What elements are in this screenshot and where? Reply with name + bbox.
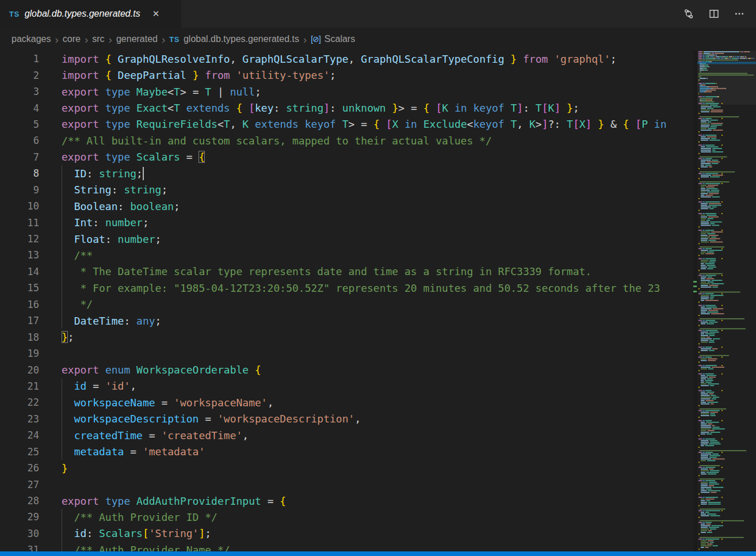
breadcrumb-item-global-db-types-generated-ts[interactable]: TSglobal.db.types.generated.ts — [169, 34, 299, 44]
line-number[interactable]: 19 — [0, 348, 39, 359]
code-line-18[interactable]: 18}; — [0, 329, 697, 345]
line-number[interactable]: 22 — [0, 397, 39, 408]
code-text: import { DeepPartial } from 'utility-typ… — [62, 69, 336, 81]
code-text: export type RequireFields<T, K extends k… — [62, 118, 673, 130]
close-tab-icon[interactable]: ✕ — [150, 7, 162, 20]
line-number[interactable]: 8 — [0, 167, 39, 179]
indent-guide — [62, 394, 62, 410]
line-number[interactable]: 13 — [0, 249, 39, 261]
code-line-1[interactable]: 1import { GraphQLResolveInfo, GraphQLSca… — [0, 51, 697, 67]
line-number[interactable]: 3 — [0, 86, 39, 97]
code-line-19[interactable]: 19 — [0, 345, 697, 361]
line-number[interactable]: 15 — [0, 282, 39, 294]
code-line-13[interactable]: 13 /** — [0, 247, 697, 263]
open-changes-icon[interactable] — [684, 9, 694, 19]
code-line-15[interactable]: 15 * For example: "1985-04-12T23:20:50.5… — [0, 280, 697, 296]
code-text: workspaceDescription = 'workspaceDescrip… — [62, 413, 361, 425]
code-line-17[interactable]: 17 DateTime: any; — [0, 313, 697, 329]
indent-guide — [62, 525, 62, 542]
code-line-9[interactable]: 9 String: string; — [0, 182, 697, 198]
code-line-21[interactable]: 21 id = 'id', — [0, 378, 697, 394]
tab-global-db-types[interactable]: TS global.db.types.generated.ts ✕ — [0, 0, 181, 28]
code-line-20[interactable]: 20export enum WorkspaceOrderable { — [0, 361, 697, 378]
code-line-5[interactable]: 5export type RequireFields<T, K extends … — [0, 116, 697, 132]
line-number[interactable]: 5 — [0, 119, 39, 130]
overview-ruler-mark — [693, 281, 697, 283]
code-line-26[interactable]: 26} — [0, 460, 697, 476]
code-text: id: Scalars['String']; — [62, 527, 211, 539]
code-line-24[interactable]: 24 createdTime = 'createdTime', — [0, 427, 697, 443]
line-number[interactable]: 11 — [0, 217, 39, 229]
code-line-10[interactable]: 10 Boolean: boolean; — [0, 198, 697, 214]
code-text: workspaceName = 'workspaceName', — [62, 397, 274, 409]
minimap[interactable] — [697, 51, 756, 551]
line-number[interactable]: 9 — [0, 184, 39, 196]
line-number[interactable]: 21 — [0, 380, 39, 392]
line-number[interactable]: 4 — [0, 102, 39, 114]
minimap-edge — [693, 51, 697, 551]
line-number[interactable]: 7 — [0, 151, 39, 163]
code-line-23[interactable]: 23 workspaceDescription = 'workspaceDesc… — [0, 411, 697, 427]
indent-guide — [62, 247, 62, 263]
line-number[interactable]: 1 — [0, 53, 39, 64]
code-line-12[interactable]: 12 Float: number; — [0, 231, 697, 247]
code-line-29[interactable]: 29 /** Auth Provider ID */ — [0, 509, 697, 525]
code-line-30[interactable]: 30 id: Scalars['String']; — [0, 525, 697, 542]
code-line-11[interactable]: 11 Int: number; — [0, 214, 697, 230]
breadcrumb-label: core — [63, 34, 81, 44]
line-number[interactable]: 18 — [0, 332, 39, 343]
line-number[interactable]: 2 — [0, 70, 39, 81]
code-line-22[interactable]: 22 workspaceName = 'workspaceName', — [0, 394, 697, 410]
code-text: /** Auth Provider ID */ — [62, 511, 217, 523]
line-number[interactable]: 30 — [0, 528, 39, 539]
code-editor[interactable]: 1import { GraphQLResolveInfo, GraphQLSca… — [0, 51, 697, 556]
code-line-27[interactable]: 27 — [0, 476, 697, 492]
code-text: export enum WorkspaceOrderable { — [62, 364, 261, 376]
line-number[interactable]: 6 — [0, 135, 39, 146]
text-cursor — [143, 167, 144, 180]
breadcrumb-separator-icon: › — [85, 34, 88, 45]
code-text: import { GraphQLResolveInfo, GraphQLScal… — [62, 53, 617, 65]
line-number[interactable]: 24 — [0, 429, 39, 441]
breadcrumb-item-src[interactable]: src — [92, 34, 104, 44]
line-number[interactable]: 14 — [0, 266, 39, 277]
more-actions-icon[interactable] — [734, 9, 744, 19]
indent-guide — [62, 214, 62, 230]
breadcrumb-item-core[interactable]: core — [63, 34, 81, 44]
code-text: /** — [62, 249, 93, 261]
line-number[interactable]: 23 — [0, 413, 39, 425]
code-line-4[interactable]: 4export type Exact<T extends { [key: str… — [0, 100, 697, 116]
breadcrumb-item-packages[interactable]: packages — [12, 34, 51, 44]
indent-guide — [62, 296, 62, 313]
line-number[interactable]: 20 — [0, 364, 39, 376]
code-line-8[interactable]: 8 ID: string; — [0, 165, 697, 181]
indent-guide — [62, 427, 62, 443]
code-line-16[interactable]: 16 */ — [0, 296, 697, 313]
code-line-3[interactable]: 3export type Maybe<T> = T | null; — [0, 83, 697, 100]
code-line-25[interactable]: 25 metadata = 'metadata' — [0, 444, 697, 460]
code-line-6[interactable]: 6/** All built-in and custom scalars, ma… — [0, 132, 697, 148]
line-number[interactable]: 28 — [0, 495, 39, 507]
code-line-14[interactable]: 14 * The DateTime scalar type represents… — [0, 264, 697, 280]
code-text: Int: number; — [62, 216, 149, 229]
code-text: /** All built-in and custom scalars, map… — [62, 135, 492, 147]
typescript-file-icon: TS — [169, 35, 180, 44]
breadcrumb-item-generated[interactable]: generated — [116, 34, 158, 44]
line-number[interactable]: 12 — [0, 233, 39, 245]
code-text: export type AddAuthProviderInput = { — [62, 495, 286, 507]
breadcrumb-item-scalars[interactable]: [⊘]Scalars — [311, 34, 355, 44]
line-number[interactable]: 16 — [0, 299, 39, 310]
split-editor-icon[interactable] — [709, 9, 719, 19]
line-number[interactable]: 10 — [0, 200, 39, 212]
line-number[interactable]: 29 — [0, 511, 39, 523]
indent-guide — [62, 280, 62, 296]
line-number[interactable]: 27 — [0, 479, 39, 490]
code-line-28[interactable]: 28export type AddAuthProviderInput = { — [0, 493, 697, 509]
code-line-2[interactable]: 2import { DeepPartial } from 'utility-ty… — [0, 67, 697, 83]
line-number[interactable]: 26 — [0, 462, 39, 474]
line-number[interactable]: 17 — [0, 315, 39, 326]
line-number[interactable]: 25 — [0, 446, 39, 458]
code-text: Boolean: boolean; — [62, 200, 180, 212]
breadcrumb-label: packages — [12, 34, 51, 44]
code-line-7[interactable]: 7export type Scalars = { — [0, 149, 697, 165]
